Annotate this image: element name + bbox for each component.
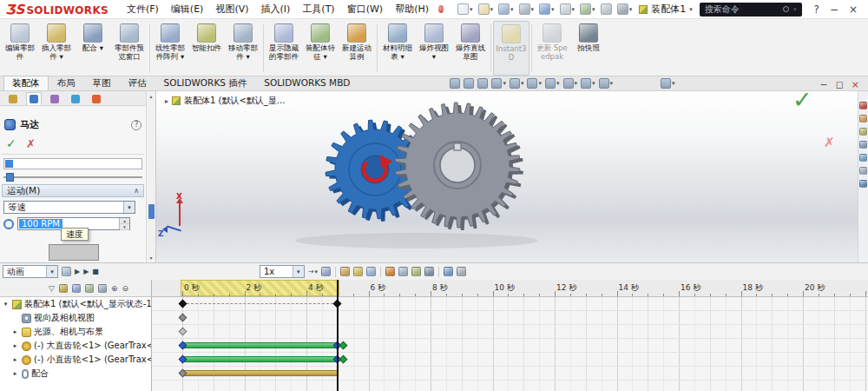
menu-item[interactable]: 文件(F) xyxy=(121,1,165,17)
display-style-button[interactable]: ▾ xyxy=(527,78,542,89)
tab-4[interactable]: SOLIDWORKS 插件 xyxy=(155,76,256,90)
menu-item[interactable]: 编辑(E) xyxy=(165,1,210,17)
viewport-breadcrumb[interactable]: ▸ 装配体1 (默认<默认_显... xyxy=(165,95,285,107)
view-orientation-button[interactable]: ▾ xyxy=(510,78,524,89)
ribbon-insert-component-button[interactable]: 插入零部件 ▾ xyxy=(38,21,75,76)
search-icon[interactable] xyxy=(783,6,789,12)
zoom-out-button[interactable]: ⊖ xyxy=(122,284,128,293)
gears-3d-model[interactable] xyxy=(156,91,858,262)
tree-row[interactable]: ▸光源、相机与布景 xyxy=(0,325,151,339)
file-properties-button[interactable] xyxy=(601,3,612,15)
save-button[interactable]: ▾ xyxy=(498,3,514,15)
displaymanager-tab[interactable] xyxy=(89,92,104,105)
chevron-down-icon[interactable]: ▾ xyxy=(293,266,304,277)
ribbon-linear-component-pattern-button[interactable]: 线性零部件阵列 ▾ xyxy=(152,21,188,76)
new-document-button[interactable]: ▾ xyxy=(457,3,473,15)
motor-button[interactable] xyxy=(385,265,396,278)
save-animation-button[interactable] xyxy=(320,265,332,278)
custom-properties-icon[interactable] xyxy=(859,167,867,175)
menu-item[interactable]: 视图(V) xyxy=(209,1,254,17)
calculate-button[interactable] xyxy=(61,265,72,278)
playback-mode-button[interactable]: →▾ xyxy=(307,265,319,278)
cancel-button[interactable]: ✗ xyxy=(824,135,835,150)
viewport-close-button[interactable]: × xyxy=(852,80,859,89)
filter-animated-button[interactable] xyxy=(59,284,68,293)
auto-key-button[interactable] xyxy=(352,265,364,278)
play-button[interactable]: ▶ xyxy=(82,265,89,278)
undo-button[interactable]: ▾ xyxy=(539,3,555,15)
ribbon-update-speedpak-button[interactable]: 更新 Speedpak xyxy=(534,21,570,76)
menu-item[interactable]: 插入(I) xyxy=(255,1,297,17)
spinner[interactable]: ▴▾ xyxy=(119,218,129,229)
scroll-up-icon[interactable]: ▴ xyxy=(149,93,152,99)
close-button[interactable]: × xyxy=(849,3,858,16)
collapse-icon[interactable]: ∧ xyxy=(134,187,139,195)
chevron-down-icon[interactable]: ▾ xyxy=(46,266,57,277)
add-update-key-button[interactable] xyxy=(365,265,377,278)
ribbon-move-component-button[interactable]: 移动零部件 ▾ xyxy=(225,21,261,76)
ribbon-exploded-view-button[interactable]: 爆炸视图 ▾ xyxy=(416,21,452,76)
chevron-down-icon[interactable]: ▾ xyxy=(123,202,135,213)
dimxpertmanager-tab[interactable] xyxy=(68,92,83,105)
ribbon-snapshot-button[interactable]: 拍快照 xyxy=(570,21,607,76)
minimize-button[interactable]: − xyxy=(830,3,838,16)
design-library-icon[interactable] xyxy=(859,115,867,123)
tree-row[interactable]: ▸(-) 小直齿轮<1> (GearTrax< xyxy=(0,353,151,367)
ribbon-explode-line-sketch-button[interactable]: 爆炸直线草图 xyxy=(452,21,489,76)
ribbon-smart-fasteners-button[interactable]: 智能扣件 xyxy=(188,21,225,76)
menu-item[interactable]: 窗口(W) xyxy=(341,1,389,17)
key-point[interactable] xyxy=(339,341,347,350)
file-explorer-icon[interactable] xyxy=(859,128,867,136)
tree-row[interactable]: ▾装配体1 (默认<默认_显示状态-1 xyxy=(0,297,151,311)
filter-results-button[interactable] xyxy=(98,284,107,293)
tree-row[interactable]: ▸配合 xyxy=(0,367,151,381)
key-point[interactable] xyxy=(178,300,187,308)
tab-3[interactable]: 评估 xyxy=(120,76,155,90)
scrollbar-thumb[interactable] xyxy=(148,204,155,219)
key-point[interactable] xyxy=(178,328,187,336)
zoom-in-button[interactable]: ⊕ xyxy=(111,284,118,293)
menu-item[interactable]: 帮助(H) xyxy=(389,1,435,17)
view-settings-button[interactable]: ▾ xyxy=(599,78,614,89)
motor-type-select[interactable]: 等速 ▾ xyxy=(3,201,135,214)
zoom-area-button[interactable] xyxy=(464,78,474,89)
rebuild-button[interactable]: ▾ xyxy=(580,3,595,15)
view-palette-icon[interactable] xyxy=(859,141,867,149)
ribbon-bill-of-materials-button[interactable]: 材料明细表 ▾ xyxy=(379,21,416,76)
spring-button[interactable] xyxy=(398,265,409,278)
propertymanager-tab[interactable] xyxy=(26,92,42,105)
ribbon-new-motion-study-button[interactable]: 新建运动算例 xyxy=(339,21,375,76)
command-search-input[interactable]: 搜索命令 ▾ xyxy=(700,3,802,17)
ribbon-instant3d-button[interactable]: Instant3D xyxy=(493,21,529,76)
expander-icon[interactable]: ▸ xyxy=(11,328,19,335)
key-point[interactable] xyxy=(339,355,347,364)
ribbon-mate-button[interactable]: 配合 ▾ xyxy=(75,21,111,76)
duration-bar[interactable] xyxy=(182,356,338,362)
menu-item[interactable]: 工具(T) xyxy=(296,1,340,17)
results-button[interactable] xyxy=(443,265,454,278)
hide-show-button[interactable]: ▾ xyxy=(545,78,560,89)
ribbon-show-hidden-components-button[interactable]: 显示隐藏的零部件 xyxy=(266,21,302,76)
solidworks-forum-icon[interactable] xyxy=(859,180,867,188)
viewport-restore-button[interactable]: ◻ xyxy=(836,80,844,89)
tab-5[interactable]: SOLIDWORKS MBD xyxy=(255,76,358,90)
expander-icon[interactable]: ▸ xyxy=(11,356,19,363)
timeline-ruler[interactable]: 0 秒2 秒4 秒6 秒8 秒10 秒12 秒14 秒16 秒18 秒20 秒 xyxy=(152,280,868,297)
zoom-fit-button[interactable] xyxy=(450,78,460,89)
tree-row[interactable]: 视向及相机视图 xyxy=(0,311,151,325)
key-point[interactable] xyxy=(178,314,187,322)
filter-selected-button[interactable] xyxy=(85,284,94,293)
featuremanager-tab[interactable] xyxy=(5,92,21,105)
edit-appearance-button[interactable]: ▾ xyxy=(563,78,578,89)
motion-settings-button[interactable] xyxy=(456,265,467,278)
filter-driving-button[interactable] xyxy=(72,284,81,293)
play-from-start-button[interactable]: ▶ xyxy=(74,265,81,278)
chevron-down-icon[interactable]: ▾ xyxy=(793,6,797,13)
viewport-minimize-button[interactable]: − xyxy=(819,80,827,89)
scroll-down-icon[interactable]: ▾ xyxy=(149,255,152,261)
ribbon-assembly-features-button[interactable]: 装配体特征 ▾ xyxy=(302,21,339,76)
tree-row[interactable]: ▸(-) 大直齿轮<1> (GearTrax< xyxy=(0,339,151,353)
ok-button[interactable]: ✓ xyxy=(792,86,812,113)
playback-speed-select[interactable]: 1x ▾ xyxy=(260,265,305,278)
component-selection-box[interactable] xyxy=(3,158,142,169)
